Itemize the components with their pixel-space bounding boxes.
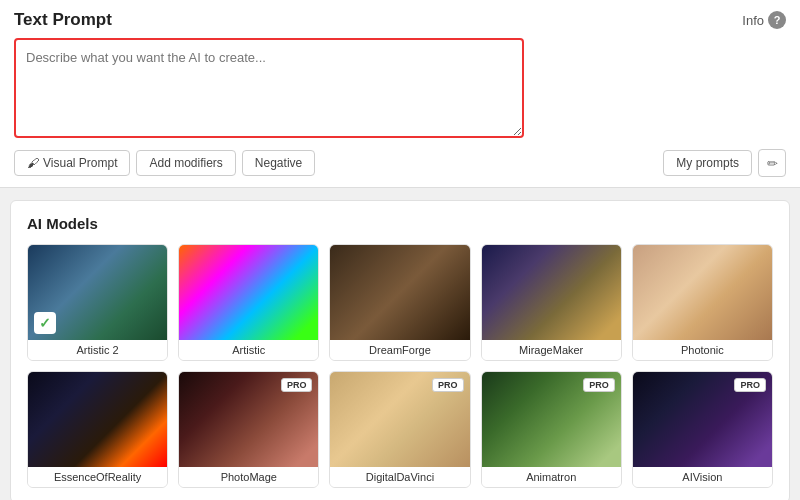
info-icon: ? — [768, 11, 786, 29]
model-card-photomage[interactable]: PRO PhotoMage — [178, 371, 319, 488]
models-grid: ✓ Artistic 2 Artistic DreamForge MirageM… — [27, 244, 773, 488]
model-image-artistic — [179, 245, 318, 340]
selected-badge-artistic2: ✓ — [34, 312, 56, 334]
model-label-miragemaker: MirageMaker — [482, 340, 621, 360]
model-label-photomage: PhotoMage — [179, 467, 318, 487]
top-header: Text Prompt Info ? — [14, 10, 786, 30]
pro-badge-photomage: PRO — [281, 378, 313, 392]
toolbar-row: 🖌 Visual Prompt Add modifiers Negative M… — [14, 149, 786, 177]
model-label-aivision: AIVision — [633, 467, 772, 487]
model-card-miragemaker[interactable]: MirageMaker — [481, 244, 622, 361]
model-image-digitaldavinci: PRO — [330, 372, 469, 467]
model-image-photomage: PRO — [179, 372, 318, 467]
pro-badge-animatron: PRO — [583, 378, 615, 392]
check-icon: ✓ — [39, 315, 51, 331]
model-image-dreamforge — [330, 245, 469, 340]
prompt-textarea[interactable] — [14, 38, 524, 138]
model-card-essenceofreality[interactable]: EssenceOfReality — [27, 371, 168, 488]
visual-prompt-button[interactable]: 🖌 Visual Prompt — [14, 150, 130, 176]
model-card-artistic2[interactable]: ✓ Artistic 2 — [27, 244, 168, 361]
model-label-animatron: Animatron — [482, 467, 621, 487]
edit-button[interactable]: ✏ — [758, 149, 786, 177]
model-label-photonic: Photonic — [633, 340, 772, 360]
model-image-artistic2: ✓ — [28, 245, 167, 340]
model-image-aivision: PRO — [633, 372, 772, 467]
model-image-animatron: PRO — [482, 372, 621, 467]
model-card-artistic[interactable]: Artistic — [178, 244, 319, 361]
toolbar-right: My prompts ✏ — [663, 149, 786, 177]
my-prompts-button[interactable]: My prompts — [663, 150, 752, 176]
negative-button[interactable]: Negative — [242, 150, 315, 176]
model-image-miragemaker — [482, 245, 621, 340]
pro-badge-aivision: PRO — [734, 378, 766, 392]
model-card-animatron[interactable]: PRO Animatron — [481, 371, 622, 488]
model-image-photonic — [633, 245, 772, 340]
info-button[interactable]: Info ? — [742, 11, 786, 29]
brush-icon: 🖌 — [27, 156, 39, 170]
page-title: Text Prompt — [14, 10, 112, 30]
model-label-dreamforge: DreamForge — [330, 340, 469, 360]
model-label-digitaldavinci: DigitalDaVinci — [330, 467, 469, 487]
model-label-artistic: Artistic — [179, 340, 318, 360]
model-card-digitaldavinci[interactable]: PRO DigitalDaVinci — [329, 371, 470, 488]
top-section: Text Prompt Info ? 🖌 Visual Prompt Add m… — [0, 0, 800, 188]
model-label-artistic2: Artistic 2 — [28, 340, 167, 360]
pro-badge-digitaldavinci: PRO — [432, 378, 464, 392]
toolbar-left: 🖌 Visual Prompt Add modifiers Negative — [14, 150, 315, 176]
models-title: AI Models — [27, 215, 773, 232]
info-label: Info — [742, 13, 764, 28]
model-label-essenceofreality: EssenceOfReality — [28, 467, 167, 487]
add-modifiers-button[interactable]: Add modifiers — [136, 150, 235, 176]
model-image-essenceofreality — [28, 372, 167, 467]
edit-icon: ✏ — [767, 156, 778, 171]
model-card-photonic[interactable]: Photonic — [632, 244, 773, 361]
model-card-aivision[interactable]: PRO AIVision — [632, 371, 773, 488]
models-section: AI Models ✓ Artistic 2 Artistic DreamFor… — [10, 200, 790, 500]
model-card-dreamforge[interactable]: DreamForge — [329, 244, 470, 361]
